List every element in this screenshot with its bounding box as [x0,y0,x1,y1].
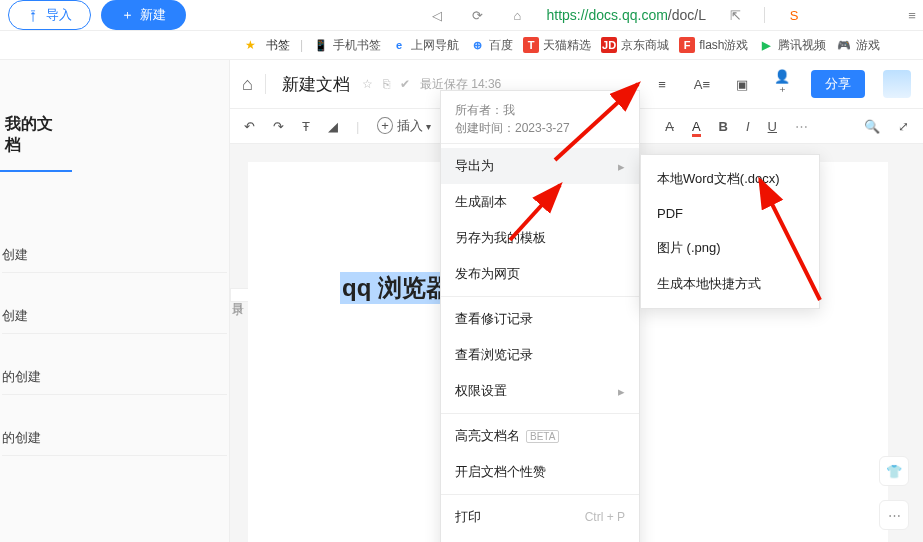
bm-item[interactable]: 🎮游戏 [836,37,880,54]
import-button[interactable]: ⭱ 导入 [8,0,91,30]
separator [441,413,639,414]
browser-menu-icon[interactable]: ≡ [901,4,923,26]
tmall-icon: T [523,37,539,53]
separator [441,296,639,297]
menu-item-copy[interactable]: 生成副本 [441,184,639,220]
menu-item-save-template[interactable]: 另存为我的模板 [441,220,639,256]
mobile-icon: 📱 [313,37,329,53]
menu-item-export[interactable]: 导出为 ▸ [441,148,639,184]
menu-header: 所有者：我 创建时间：2023-3-27 [441,91,639,139]
submenu-item-pdf[interactable]: PDF [641,197,819,230]
bm-item[interactable]: ▶腾讯视频 [758,37,826,54]
menu-item-a11y[interactable]: 开启无障碍读屏 Ctrl + ~ [441,535,639,542]
upload-icon: ⭱ [27,8,40,23]
present-icon[interactable]: ▣ [731,77,753,92]
star-icon[interactable]: ★ [245,38,256,52]
reload-icon[interactable]: ⟳ [466,4,488,26]
bm-item[interactable]: 📱手机书签 [313,37,381,54]
doc-menu: 所有者：我 创建时间：2023-3-27 导出为 ▸ 生成副本 另存为我的模板 … [440,90,640,542]
divider [265,74,266,94]
check-icon: ✔ [400,77,410,91]
bm-item[interactable]: T天猫精选 [523,37,591,54]
sidebar-item[interactable]: 创建 [2,273,227,334]
external-icon[interactable]: ⇱ [724,4,746,26]
menu-item-permissions[interactable]: 权限设置 ▸ [441,373,639,409]
game-icon: 🎮 [836,37,852,53]
divider: | [356,119,359,134]
globe-icon: e [391,37,407,53]
divider [764,7,765,23]
chevron-right-icon: ▸ [618,384,625,399]
underline-icon[interactable]: U [768,119,777,134]
eraser-icon[interactable]: ◢ [328,119,338,134]
export-submenu: 本地Word文档(.docx) PDF 图片 (.png) 生成本地快捷方式 [640,154,820,309]
submenu-item-docx[interactable]: 本地Word文档(.docx) [641,161,819,197]
bm-item[interactable]: e上网导航 [391,37,459,54]
menu-item-highlight[interactable]: 高亮文档名BETA [441,418,639,454]
home-icon[interactable]: ⌂ [506,4,528,26]
address-bar[interactable]: https://docs.qq.com/doc/L [546,7,706,23]
more-icon[interactable]: ⋯ [795,119,808,134]
plus-icon: ＋ [121,6,134,24]
menu-item-like[interactable]: 开启文档个性赞 [441,454,639,490]
avatar[interactable] [883,70,911,98]
bm-item[interactable]: Fflash游戏 [679,37,748,54]
insert-button[interactable]: + 插入 ▾ [377,117,431,135]
separator [441,494,639,495]
url-host: https://docs.qq.com [546,7,667,23]
new-button[interactable]: ＋ 新建 [101,0,186,30]
sidebar-item[interactable]: 创建 [2,212,227,273]
expand-icon[interactable]: ⤢ [898,119,909,134]
submenu-item-png[interactable]: 图片 (.png) [641,230,819,266]
menu-item-history[interactable]: 查看浏览记录 [441,337,639,373]
share-button[interactable]: 分享 [811,70,865,98]
menu-item-revisions[interactable]: 查看修订记录 [441,301,639,337]
undo-icon[interactable]: ↶ [244,119,255,134]
bm-item[interactable]: JD京东商城 [601,37,669,54]
separator [441,143,639,144]
doc-home-icon[interactable]: ⌂ [242,74,253,95]
baidu-icon: ⊕ [469,37,485,53]
format-paint-icon[interactable]: Ŧ [302,119,310,134]
move-icon[interactable]: ⎘ [383,77,390,91]
divider: | [300,38,303,52]
menu-item-publish[interactable]: 发布为网页 [441,256,639,292]
sidebar-title[interactable]: 我的文档 [0,100,72,172]
video-icon: ▶ [758,37,774,53]
bm-item[interactable]: ⊕百度 [469,37,513,54]
nav-back-icon[interactable]: ◁ [426,4,448,26]
doc-title[interactable]: 新建文档 [282,73,350,96]
bold-icon[interactable]: B [719,119,728,134]
hamburger-icon[interactable]: ≡ [651,77,673,92]
redo-icon[interactable]: ↷ [273,119,284,134]
strike-icon[interactable]: A̶ [665,119,674,134]
italic-icon[interactable]: I [746,119,750,134]
url-path: /doc/L [668,7,706,23]
sidebar-item[interactable]: 的创建 [2,395,227,456]
jd-icon: JD [601,37,617,53]
sidebar-item[interactable]: 的创建 [2,334,227,395]
bm-label: 书签 [266,37,290,54]
add-person-icon[interactable]: 👤⁺ [771,69,793,99]
import-label: 导入 [46,6,72,24]
star-outline-icon[interactable]: ☆ [362,77,373,91]
text-style-icon[interactable]: A≡ [691,77,713,92]
theme-icon[interactable]: 👕 [879,456,909,486]
chevron-right-icon: ▸ [618,159,625,174]
new-label: 新建 [140,6,166,24]
dots-icon[interactable]: ⋯ [879,500,909,530]
sogou-icon[interactable]: S [783,4,805,26]
text-color-icon[interactable]: A [692,119,701,134]
flash-icon: F [679,37,695,53]
menu-item-print[interactable]: 打印 Ctrl + P [441,499,639,535]
search-icon[interactable]: 🔍 [864,119,880,134]
sidebar: 我的文档 创建 创建 的创建 的创建 [0,60,230,542]
submenu-item-shortcut[interactable]: 生成本地快捷方式 [641,266,819,302]
